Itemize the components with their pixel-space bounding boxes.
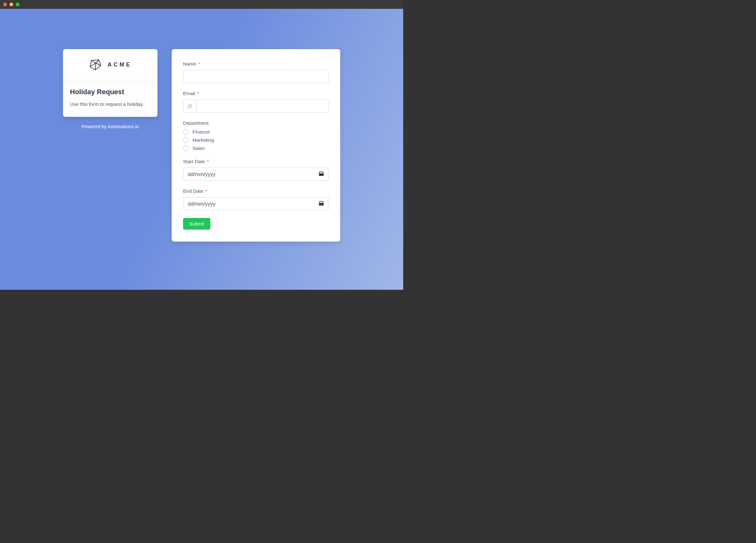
radio-label-text: Sales [192,146,205,151]
name-field-group: Name * [183,61,329,83]
end-date-label-text: End Date [183,188,203,194]
radio-option-marketing[interactable]: Marketing [183,137,329,143]
email-input-group: @ [183,100,329,113]
required-marker: * [207,159,209,164]
start-date-field-group: Start Date * dd/mm/yyyy [183,159,329,181]
window-close-button[interactable] [3,3,7,6]
acme-logo-icon [89,58,102,71]
radio-icon [183,137,189,143]
required-marker: * [197,91,199,96]
name-input[interactable] [183,70,329,83]
start-date-label-text: Start Date [183,159,205,164]
app-content: ACME Holiday Request Use this form to re… [0,9,403,290]
form-description: Use this form to request a holiday. [70,100,151,108]
window-chrome [0,0,403,9]
department-radio-group: Finance Marketing Sales [183,129,329,151]
required-marker: * [205,188,207,194]
left-panel: ACME Holiday Request Use this form to re… [63,49,157,129]
name-label-text: Name [183,61,196,66]
svg-rect-1 [319,173,324,176]
window-minimize-button[interactable] [9,3,13,6]
radio-icon [183,129,189,135]
department-label: Department [183,120,329,126]
calendar-icon [318,171,324,178]
start-date-placeholder: dd/mm/yyyy [188,171,215,177]
email-label: Email * [183,91,329,96]
logo-section: ACME [63,49,157,80]
email-input[interactable] [196,100,329,113]
start-date-input[interactable]: dd/mm/yyyy [183,168,329,181]
radio-option-finance[interactable]: Finance [183,129,329,135]
info-card: ACME Holiday Request Use this form to re… [63,49,157,117]
submit-button[interactable]: Submit [183,218,210,230]
department-field-group: Department Finance Marketing Sales [183,120,329,151]
radio-icon [183,146,189,151]
end-date-label: End Date * [183,188,329,194]
logo-text: ACME [108,61,132,68]
form-title: Holiday Request [70,88,151,96]
email-label-text: Email [183,91,195,96]
required-marker: * [198,61,200,66]
end-date-input[interactable]: dd/mm/yyyy [183,197,329,210]
svg-rect-5 [319,203,324,205]
email-field-group: Email * @ [183,91,329,113]
form-card: Name * Email * @ Department Finance [172,49,340,242]
radio-label-text: Marketing [192,137,214,143]
window-maximize-button[interactable] [16,3,20,6]
radio-option-sales[interactable]: Sales [183,146,329,151]
name-label: Name * [183,61,329,67]
calendar-icon [318,200,324,207]
title-section: Holiday Request Use this form to request… [63,80,157,117]
end-date-placeholder: dd/mm/yyyy [188,201,215,207]
radio-label-text: Finance [192,129,210,135]
powered-by-text: Powered by Automations.io [63,124,157,129]
at-sign-icon: @ [183,100,196,113]
start-date-label: Start Date * [183,159,329,164]
end-date-field-group: End Date * dd/mm/yyyy [183,188,329,210]
